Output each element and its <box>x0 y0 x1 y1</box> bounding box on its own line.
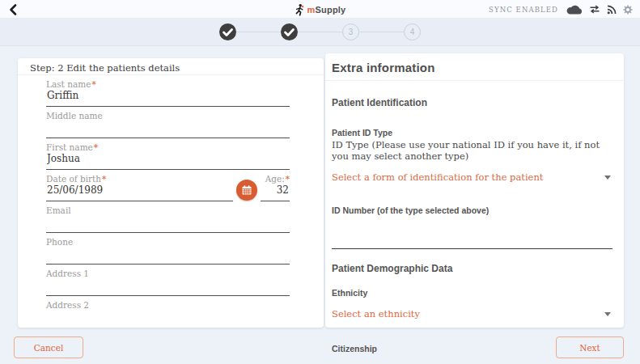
sync-arrows-icon <box>589 5 600 14</box>
field-middle-name: Middle name <box>46 107 290 138</box>
address2-label: Address 2 <box>46 300 89 310</box>
cloud-icon <box>566 5 583 15</box>
settings-gear-icon[interactable] <box>623 5 633 15</box>
top-bar: mSupply SYNC ENABLED <box>0 0 640 19</box>
phone-input[interactable] <box>46 248 290 265</box>
dob-input[interactable] <box>46 184 233 201</box>
step-3-upcoming[interactable]: 3 <box>342 23 359 40</box>
next-button[interactable]: Next <box>556 336 624 358</box>
calendar-icon <box>241 184 252 196</box>
app-name: mSupply <box>307 5 346 15</box>
id-number-label: ID Number (of the type selected above) <box>332 205 612 215</box>
address2-input[interactable] <box>46 311 290 328</box>
last-name-label: Last name <box>46 79 91 89</box>
last-name-input[interactable] <box>46 90 290 107</box>
section-patient-identification: Patient Identification <box>332 97 612 108</box>
step-number: 3 <box>349 28 354 36</box>
field-age: Age:* <box>261 170 290 201</box>
runner-icon <box>295 3 305 16</box>
chevron-down-icon <box>604 176 611 180</box>
cancel-button[interactable]: Cancel <box>14 336 83 358</box>
id-type-label: Patient ID Type <box>332 128 612 138</box>
id-type-placeholder: Select a form of identification for the … <box>332 171 543 183</box>
panel-title: Step: 2 Edit the patients details <box>18 58 324 75</box>
chevron-down-icon <box>604 312 611 316</box>
field-last-name: Last name* <box>46 75 290 107</box>
ethnicity-label: Ethnicity <box>332 288 612 298</box>
section-patient-demographic: Patient Demographic Data <box>332 263 612 274</box>
ethnicity-select[interactable]: Select an ethnicity <box>332 308 612 320</box>
field-phone: Phone <box>46 233 290 265</box>
calendar-button[interactable] <box>236 180 257 201</box>
required-marker: * <box>91 79 95 89</box>
field-email: Email <box>46 201 290 233</box>
required-marker: * <box>286 174 290 184</box>
step-2-complete[interactable] <box>281 23 298 40</box>
step-connector <box>359 32 404 33</box>
age-label: Age: <box>265 174 285 184</box>
ethnicity-placeholder: Select an ethnicity <box>332 308 420 320</box>
step-4-upcoming[interactable]: 4 <box>404 23 421 40</box>
check-icon <box>219 23 236 40</box>
dob-label: Date of birth <box>46 174 101 184</box>
extra-info-body: Patient Identification Patient ID Type I… <box>325 97 624 364</box>
email-input[interactable] <box>46 216 290 233</box>
address1-input[interactable] <box>46 279 290 296</box>
field-address1: Address 1 <box>46 265 290 296</box>
check-icon <box>281 23 298 40</box>
first-name-label: First name <box>46 142 93 152</box>
progress-stepper: 3 4 <box>219 23 421 40</box>
field-dob-age: Date of birth* Age:* <box>46 170 290 201</box>
first-name-input[interactable] <box>46 153 290 170</box>
patient-details-panel: Step: 2 Edit the patients details Last n… <box>18 58 324 328</box>
field-date-of-birth: Date of birth* <box>46 170 233 201</box>
sync-status-label: SYNC ENABLED <box>489 6 558 14</box>
address1-label: Address 1 <box>46 269 89 278</box>
middle-name-input[interactable] <box>46 121 290 138</box>
id-type-description: ID Type (Please use your national ID if … <box>332 139 612 162</box>
progress-stepper-band: 3 4 <box>0 19 640 46</box>
age-input[interactable] <box>261 184 290 201</box>
field-address2: Address 2 <box>46 296 290 328</box>
extra-information-panel: Extra information Patient Identification… <box>325 53 624 328</box>
required-marker: * <box>94 142 98 152</box>
panel-title: Extra information <box>325 53 624 81</box>
patient-fields: Last name* Middle name First name* Date … <box>18 75 324 328</box>
patient-edit-screen: { "palette": { "accent_orange": "#e0673e… <box>0 0 640 364</box>
step-connector <box>236 32 281 33</box>
step-1-complete[interactable] <box>219 23 236 40</box>
step-connector <box>298 32 342 33</box>
email-label: Email <box>46 205 71 215</box>
step-number: 4 <box>410 28 415 36</box>
required-marker: * <box>102 174 106 184</box>
rss-icon <box>607 5 617 15</box>
status-cluster: SYNC ENABLED <box>489 0 633 19</box>
id-type-select[interactable]: Select a form of identification for the … <box>332 171 612 183</box>
field-first-name: First name* <box>46 138 290 170</box>
phone-label: Phone <box>46 237 73 247</box>
middle-name-label: Middle name <box>46 111 103 121</box>
id-number-input[interactable] <box>332 233 612 249</box>
